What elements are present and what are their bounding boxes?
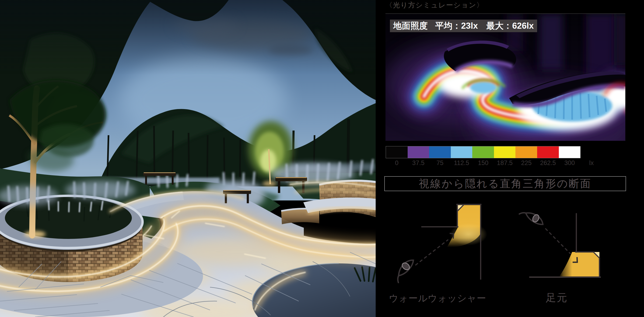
colorbar-swatch	[429, 146, 451, 158]
stat-max: 最大：626lx	[486, 21, 534, 30]
colorbar-label: 75	[429, 159, 451, 167]
eye-icon	[390, 257, 418, 283]
foot-lighting-diagram	[513, 196, 644, 303]
colorbar-swatch	[559, 146, 580, 158]
sight-line	[545, 228, 570, 254]
illuminance-heatmap-figure	[386, 13, 625, 141]
colorbar-label: 225	[516, 159, 537, 167]
simulation-title: 〈光り方シミュレーション〉	[386, 0, 484, 10]
colorbar-label: 0	[386, 159, 408, 167]
colorbar	[386, 146, 580, 158]
colorbar-label: 262.5	[537, 159, 559, 167]
stats-label: 地面照度	[393, 21, 428, 30]
colorbar-label: 37.5	[408, 159, 429, 167]
foot-lighting-label: 足元	[546, 291, 568, 305]
colorbar-swatch	[451, 146, 472, 158]
wall-washer-diagram	[383, 196, 513, 303]
colorbar-label: 112.5	[451, 159, 472, 167]
colorbar-label: 150	[472, 159, 494, 167]
colorbar-label: 187.5	[494, 159, 516, 167]
colorbar-swatch	[516, 146, 537, 158]
colorbar-swatch	[386, 146, 408, 158]
colorbar-swatch	[537, 146, 559, 158]
stat-average: 平均：23lx	[435, 21, 478, 30]
illuminance-stats: 地面照度平均：23lx最大：626lx	[390, 19, 537, 32]
colorbar-scale: 0 37.5 75 112.5 150 187.5 225 262.5 300 …	[386, 159, 619, 167]
colorbar-swatch	[472, 146, 494, 158]
eye-icon	[519, 205, 546, 231]
colorbar-swatch	[494, 146, 516, 158]
illuminance-heatmap	[386, 14, 625, 141]
section-heading: 視線から隠れる直角三角形の断面	[384, 176, 626, 191]
wall-washer-label: ウォールウォッシャー	[389, 292, 486, 305]
floor-glow	[559, 252, 600, 277]
sight-line	[415, 240, 448, 265]
colorbar-label: 300	[559, 159, 580, 167]
colorbar-unit: lx	[580, 159, 602, 167]
colorbar-swatch	[408, 146, 429, 158]
park-night-rendering	[0, 0, 376, 317]
